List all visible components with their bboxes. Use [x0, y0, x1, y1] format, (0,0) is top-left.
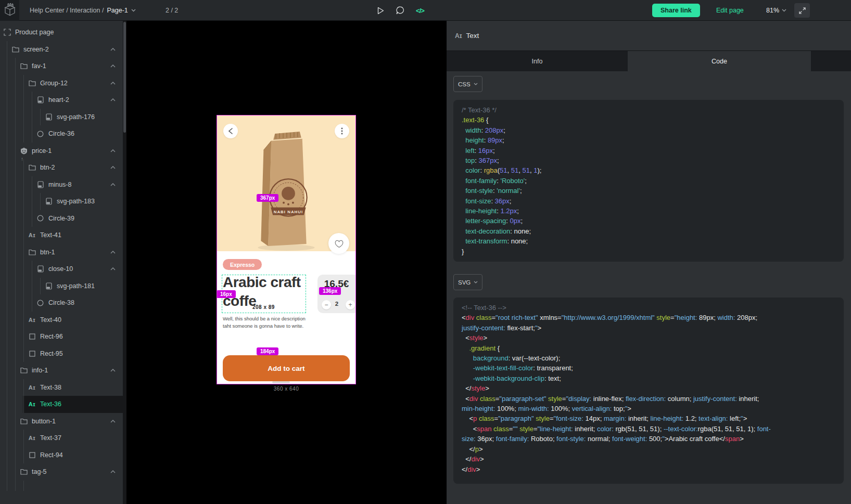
chevron-up-icon[interactable] [110, 420, 116, 423]
fullscreen-button[interactable] [794, 3, 810, 18]
heart-icon [334, 239, 344, 248]
layer-row-minus-8[interactable]: minus-8 [0, 176, 123, 193]
chevron-up-icon[interactable] [110, 48, 116, 51]
layer-label: Product page [15, 29, 54, 36]
rect-icon [28, 451, 36, 459]
sidebar-scrollbar-thumb[interactable] [123, 22, 126, 133]
layer-row-btn-1[interactable]: btn-1 [0, 244, 123, 261]
edit-page-link[interactable]: Edit page [716, 0, 744, 21]
layer-row-tag-5[interactable]: tag-5 [0, 463, 123, 481]
code-line: <div class="root rich-text" xmlns="http:… [462, 313, 835, 322]
menu-button[interactable] [335, 124, 349, 138]
layer-label: Text-37 [40, 434, 61, 442]
app-logo[interactable] [0, 0, 19, 21]
css-select-value: CSS [458, 81, 471, 87]
layer-row-svg-path-176[interactable]: svg-path-176 [0, 109, 123, 126]
inspector-panel: Aɪ Text Info Code CSS /* Text-36 */.text… [447, 21, 851, 504]
chevron-up-icon[interactable] [110, 267, 116, 270]
chevron-up-icon[interactable] [110, 149, 116, 152]
design-canvas[interactable]: NABI NAHUI Expresso Arabic craft coffe 1… [126, 21, 447, 504]
frame-size-label: 360 x 640 [217, 386, 355, 392]
tree-indent-guide [15, 463, 16, 481]
svg-format-select[interactable]: SVG [453, 274, 482, 290]
chevron-up-icon[interactable] [110, 369, 116, 372]
layer-row-price-1[interactable]: price-1↑ [0, 143, 123, 160]
code-line: .gradient { [462, 343, 835, 353]
layer-row-group-12[interactable]: Group-12 [0, 75, 123, 92]
code-line: </div> [462, 464, 835, 474]
layer-row-button-1[interactable]: button-1 [0, 413, 123, 430]
layer-row-svg-path-183[interactable]: svg-path-183 [0, 193, 123, 210]
chevron-up-icon[interactable] [110, 183, 116, 186]
layer-label: Text-36 [40, 400, 61, 408]
layer-row-rect-96[interactable]: Rect-96 [0, 328, 123, 345]
chevron-up-icon[interactable] [110, 64, 116, 68]
layer-row-rect-95[interactable]: Rect-95 [0, 345, 123, 363]
chevron-up-icon[interactable] [110, 166, 116, 169]
layer-row-svg-path-181[interactable]: svg-path-181 [0, 278, 123, 295]
back-button[interactable] [223, 124, 238, 138]
chevron-up-icon[interactable] [110, 98, 116, 101]
tree-indent-guide [23, 210, 24, 227]
product-description[interactable]: Well, this should be a nice description … [223, 315, 306, 329]
layer-label: svg-path-181 [57, 282, 95, 290]
tree-indent-guide [23, 227, 24, 244]
layer-row-text-41[interactable]: AɪText-41 [0, 227, 123, 244]
layer-row-btn-2[interactable]: btn-2 [0, 159, 123, 176]
code-icon: </> [416, 7, 424, 15]
layer-row-circle-36[interactable]: Circle-36 [0, 125, 123, 143]
layer-row-rect-94[interactable]: Rect-94 [0, 447, 123, 464]
tab-info[interactable]: Info [447, 51, 628, 72]
tree-indent-guide [23, 75, 24, 92]
category-tag[interactable]: Expresso [223, 259, 262, 270]
comment-button[interactable] [392, 0, 408, 21]
tree-indent-guide [32, 109, 32, 126]
layer-row-circle-38[interactable]: Circle-38 [0, 294, 123, 312]
top-bar: Help Center / Interaction / Page-1 2 / 2… [0, 0, 851, 21]
layer-row-product page[interactable]: Product page [0, 24, 123, 41]
favorite-button[interactable] [328, 233, 349, 254]
layer-row-fav-1[interactable]: fav-1 [0, 58, 123, 75]
layer-tree: Product pagescreen-2fav-1Group-12heart-2… [0, 24, 123, 491]
layer-row-text-36[interactable]: AɪText-36 [0, 396, 123, 413]
layer-row-heart-2[interactable]: heart-2 [0, 92, 123, 109]
description-line1: Well, this should be a nice description [223, 315, 306, 322]
product-page-frame[interactable]: NABI NAHUI Expresso Arabic craft coffe 1… [217, 115, 355, 384]
layer-row-text-38[interactable]: AɪText-38 [0, 379, 123, 396]
text-icon: Aɪ [28, 231, 36, 239]
code-line: font-family: 'Roboto'; [462, 176, 835, 186]
layer-row-close-10[interactable]: close-10 [0, 261, 123, 278]
css-format-select[interactable]: CSS [453, 76, 482, 92]
layer-label: fav-1 [32, 62, 46, 70]
quantity-increase-button[interactable]: + [346, 300, 355, 309]
layer-row-screen-2[interactable]: screen-2 [0, 41, 123, 58]
breadcrumb[interactable]: Help Center / Interaction / Page-1 [30, 0, 136, 21]
code-view-button[interactable]: </> [412, 0, 428, 21]
add-to-cart-button[interactable]: Add to cart [223, 355, 350, 381]
layer-row-info-1[interactable]: info-1 [0, 362, 123, 379]
svg-file-icon [45, 282, 53, 290]
folder-icon [28, 164, 36, 172]
code-line: font-size: 36px; [462, 196, 835, 206]
chevron-up-icon[interactable] [110, 82, 116, 85]
page-indicator: 2 / 2 [166, 0, 178, 21]
tree-indent-guide [23, 345, 24, 363]
tree-indent-guide [32, 294, 32, 312]
svg-code-block: <!-- Text-36 --><div class="root rich-te… [453, 298, 844, 484]
play-button[interactable] [373, 0, 388, 21]
layer-row-circle-39[interactable]: Circle-39 [0, 210, 123, 227]
tree-indent-guide [23, 193, 24, 210]
chevron-up-icon[interactable] [110, 470, 116, 473]
product-image-section[interactable]: NABI NAHUI [217, 115, 355, 251]
share-link-button[interactable]: Share link [652, 4, 700, 17]
tab-code[interactable]: Code [628, 51, 811, 72]
tree-indent-guide [23, 396, 24, 413]
tree-indent-guide [7, 362, 7, 379]
tree-indent-guide [7, 261, 7, 278]
code-line: </div> [462, 454, 835, 464]
layer-row-text-37[interactable]: AɪText-37 [0, 430, 123, 447]
zoom-level-control[interactable]: 81% [766, 0, 786, 21]
quantity-decrease-button[interactable]: − [322, 300, 331, 309]
chevron-up-icon[interactable] [110, 251, 116, 254]
layer-row-text-40[interactable]: AɪText-40 [0, 312, 123, 329]
